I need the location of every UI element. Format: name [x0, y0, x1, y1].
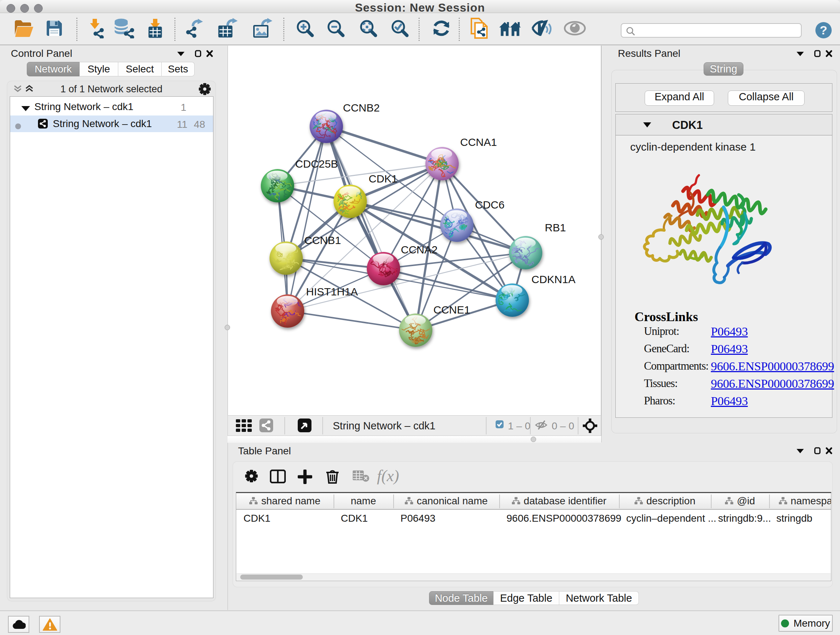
open-session-icon[interactable] [14, 19, 34, 39]
tree-row-network[interactable]: String Network – cdk1 11 48 [10, 116, 213, 132]
birds-eye-view-icon[interactable] [583, 418, 597, 434]
export-table-icon[interactable] [218, 18, 239, 40]
graph-node-RB1[interactable] [501, 234, 542, 269]
panel-close-icon[interactable] [826, 49, 832, 59]
column-header-description[interactable]: description [619, 493, 711, 509]
panel-menu-icon[interactable] [797, 447, 804, 456]
column-separator[interactable] [619, 494, 620, 508]
cloud-button[interactable] [8, 616, 29, 633]
panel-float-icon[interactable] [814, 447, 821, 456]
table-cell[interactable]: stringdb [776, 513, 813, 524]
expand-all-button[interactable]: Expand All [645, 90, 714, 106]
tree-row-collection[interactable]: String Network – cdk1 1 [10, 98, 213, 116]
network-graph[interactable]: CCNB2CCNA1CDC25BCDK1CDC6RB1CCNB1CCNA2CDK… [228, 46, 602, 415]
tab-node-table[interactable]: Node Table [429, 591, 493, 605]
grid-view-icon[interactable] [236, 419, 253, 434]
table-cell[interactable]: P06493 [401, 513, 436, 524]
zoom-out-icon[interactable] [326, 19, 345, 39]
table-cell[interactable]: CDK1 [243, 513, 271, 524]
table-add-column-icon[interactable] [298, 470, 312, 486]
splitter-handle[interactable] [531, 437, 536, 442]
tab-network-table[interactable]: Network Table [559, 591, 639, 605]
column-header-shared-name[interactable]: shared name [236, 493, 333, 509]
column-header-@id[interactable]: @id [711, 493, 769, 509]
table-cell[interactable]: stringdb:9... [718, 513, 771, 524]
crosslink-link[interactable]: 9606.ENSP00000378699 [711, 377, 834, 391]
panel-close-icon[interactable] [826, 447, 832, 456]
control-tab-style[interactable]: Style [80, 62, 118, 76]
import-network-database-icon[interactable] [113, 18, 136, 40]
save-session-icon[interactable] [45, 19, 63, 39]
column-separator[interactable] [769, 494, 770, 508]
table-scrollbar-thumb[interactable] [240, 575, 303, 580]
panel-float-icon[interactable] [814, 49, 821, 59]
help-button[interactable]: ? [815, 22, 832, 38]
graph-node-CDC25B[interactable] [261, 169, 294, 207]
crosslink-link[interactable]: P06493 [711, 394, 748, 408]
network-canvas[interactable]: CCNB2CCNA1CDC25BCDK1CDC6RB1CCNB1CCNA2CDK… [227, 46, 601, 415]
column-header-namespace[interactable]: namespace [769, 493, 831, 509]
right-splitter-handle[interactable] [598, 234, 604, 240]
zoom-in-icon[interactable] [295, 19, 314, 39]
crosslink-link[interactable]: P06493 [711, 325, 748, 339]
graph-node-CCNB1[interactable] [267, 241, 303, 275]
network-share-view-icon[interactable] [259, 418, 273, 434]
crosslink-link[interactable]: 9606.ENSP00000378699 [711, 359, 834, 373]
refresh-layout-icon[interactable] [431, 18, 452, 40]
table-delete-column-icon[interactable] [325, 470, 339, 486]
control-tab-network[interactable]: Network [27, 62, 80, 76]
table-cell[interactable]: cyclin–dependent ... [626, 513, 716, 524]
panel-menu-icon[interactable] [177, 49, 185, 59]
clone-network-icon[interactable] [470, 18, 489, 40]
collapse-section-icon[interactable] [643, 121, 652, 130]
string-home-icon[interactable] [499, 18, 523, 40]
column-header-database-identifier[interactable]: database identifier [499, 493, 619, 509]
column-separator[interactable] [333, 494, 334, 508]
zoom-selected-icon[interactable] [390, 19, 409, 39]
search-input[interactable] [638, 25, 797, 36]
open-in-new-window-icon[interactable] [298, 418, 311, 434]
table-cell[interactable]: CDK1 [341, 513, 368, 524]
hide-details-icon[interactable] [531, 19, 553, 39]
export-image-icon[interactable] [252, 18, 274, 40]
tree-expander-icon[interactable] [20, 103, 31, 115]
graph-node-CCNA1[interactable] [420, 147, 467, 180]
collapse-all-button[interactable]: Collapse All [728, 90, 805, 106]
column-header-canonical-name[interactable]: canonical name [393, 493, 499, 509]
column-separator[interactable] [393, 494, 394, 508]
column-separator[interactable] [499, 494, 500, 508]
memory-button[interactable]: Memory [778, 615, 833, 632]
graph-edge-CCNB2-CCNA1[interactable] [326, 126, 442, 164]
import-table-file-icon[interactable] [146, 18, 165, 40]
column-separator[interactable] [711, 494, 712, 508]
panel-float-icon[interactable] [195, 49, 202, 59]
graph-edge-HIST1H1A-CCNE1[interactable] [287, 311, 416, 330]
table-columns-icon[interactable] [270, 470, 286, 485]
tab-edge-table[interactable]: Edge Table [493, 591, 559, 605]
export-network-icon[interactable] [184, 18, 204, 40]
graph-node-CDC6[interactable] [439, 209, 474, 242]
panel-menu-icon[interactable] [797, 49, 804, 59]
graph-node-CCNE1[interactable] [398, 314, 442, 347]
network-options-gear-icon[interactable] [199, 83, 211, 97]
graph-edge-CCNB2-HIST1H1A[interactable] [287, 126, 326, 311]
table-function-builder-icon[interactable]: f(x) [377, 467, 399, 485]
zoom-fit-icon[interactable] [359, 19, 378, 39]
show-details-icon[interactable] [564, 20, 586, 38]
control-tab-sets[interactable]: Sets [162, 62, 195, 76]
graph-node-CCNB2[interactable] [304, 109, 343, 143]
crosslink-link[interactable]: P06493 [711, 342, 748, 356]
warning-button[interactable] [39, 616, 60, 633]
graph-edge-CCNB2-CCNE1[interactable] [326, 126, 416, 330]
control-tab-select[interactable]: Select [118, 62, 162, 76]
import-network-file-icon[interactable] [87, 18, 106, 40]
horizontal-splitter[interactable] [227, 436, 601, 443]
table-cell[interactable]: 9606.ENSP00000378699 [507, 513, 622, 524]
table-delete-table-icon[interactable] [353, 470, 369, 484]
table-settings-gear-icon[interactable] [245, 470, 258, 484]
table-horizontal-scrollbar[interactable] [237, 573, 831, 580]
protein-section-header[interactable]: CDK1 [616, 114, 832, 135]
selected-checkbox-icon[interactable] [496, 420, 504, 430]
column-header-name[interactable]: name [333, 493, 393, 509]
tab-string[interactable]: String [704, 62, 744, 76]
